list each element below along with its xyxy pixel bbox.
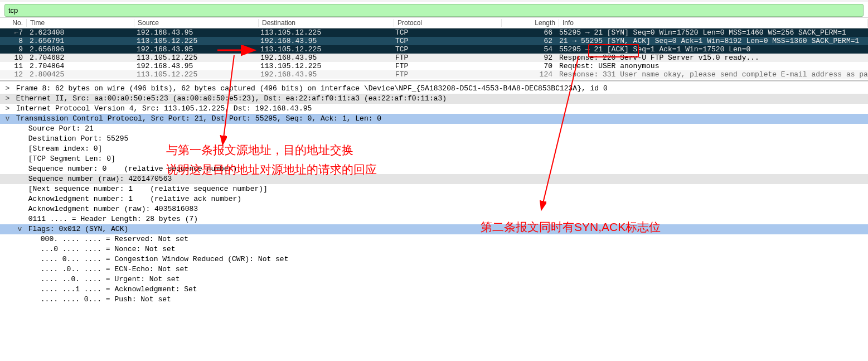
detail-line[interactable]: Acknowledgment number: 1 (relative ack n… [0, 194, 868, 204]
expander-icon [28, 254, 36, 264]
col-source[interactable]: Source [134, 19, 259, 27]
cell-pro: TCP [392, 45, 499, 54]
cell-no: 11 [0, 62, 26, 70]
detail-line[interactable]: .... ..0. .... = Urgent: Not set [0, 275, 868, 285]
detail-line[interactable]: [TCP Segment Len: 0] [0, 154, 868, 164]
cell-dst: 192.168.43.95 [257, 37, 392, 45]
expander-icon [28, 295, 36, 305]
expander-icon[interactable]: v [3, 114, 12, 124]
display-filter-bar[interactable]: tcp [4, 4, 864, 17]
cell-src: 113.105.12.225 [133, 37, 257, 45]
cell-time: 2.656791 [26, 37, 133, 45]
detail-line[interactable]: ...0 .... .... = Nonce: Not set [0, 244, 868, 254]
expander-icon [28, 244, 36, 254]
col-time[interactable]: Time [27, 19, 134, 27]
cell-info: Request: USER anonymous [556, 62, 868, 70]
packet-list[interactable]: ⌐72.623408192.168.43.95113.105.12.225TCP… [0, 28, 868, 79]
cell-len: 92 [499, 54, 556, 62]
detail-line[interactable]: > Internet Protocol Version 4, Src: 113.… [0, 104, 868, 114]
expander-icon [16, 214, 24, 224]
cell-time: 2.704864 [26, 62, 133, 70]
expander-icon [16, 144, 24, 154]
detail-line[interactable]: .... .... 0... = Push: Not set [0, 295, 868, 305]
expander-icon[interactable]: v [16, 224, 24, 234]
packet-row[interactable]: ⌐72.623408192.168.43.95113.105.12.225TCP… [0, 28, 868, 37]
detail-line[interactable]: v Transmission Control Protocol, Src Por… [0, 114, 868, 124]
cell-len: 66 [499, 28, 556, 37]
detail-line[interactable]: 000. .... .... = Reserved: Not set [0, 234, 868, 244]
display-filter-input[interactable]: tcp [7, 5, 861, 16]
col-protocol[interactable]: Protocol [394, 19, 502, 27]
col-destination[interactable]: Destination [259, 19, 394, 27]
detail-line[interactable]: [Next sequence number: 1 (relative seque… [0, 184, 868, 194]
cell-no: 12 [0, 70, 26, 79]
col-info[interactable]: Info [559, 19, 868, 27]
packet-row[interactable]: 102.704682113.105.12.225192.168.43.95FTP… [0, 54, 868, 62]
cell-pro: TCP [392, 37, 499, 45]
expander-icon [16, 154, 24, 164]
expander-icon [28, 275, 36, 285]
cell-no: 10 [0, 54, 26, 62]
cell-src: 113.105.12.225 [133, 70, 257, 79]
expander-icon[interactable]: > [3, 94, 12, 104]
cell-dst: 192.168.43.95 [257, 54, 392, 62]
expander-icon [16, 174, 24, 184]
detail-line[interactable]: Source Port: 21 [0, 124, 868, 134]
cell-no: ⌐7 [0, 28, 26, 37]
expander-icon [16, 204, 24, 214]
cell-dst: 113.105.12.225 [257, 45, 392, 54]
detail-line[interactable]: > Ethernet II, Src: aa:00:a0:50:e5:23 (a… [0, 94, 868, 104]
col-length[interactable]: Length [502, 19, 559, 27]
cell-pro: FTP [392, 54, 499, 62]
expander-icon [16, 134, 24, 144]
expander-icon [16, 124, 24, 134]
cell-dst: 113.105.12.225 [257, 62, 392, 70]
cell-pro: TCP [392, 28, 499, 37]
cell-len: 54 [499, 45, 556, 54]
cell-len: 70 [499, 62, 556, 70]
packet-details-pane[interactable]: > Frame 8: 62 bytes on wire (496 bits), … [0, 81, 868, 305]
cell-len: 62 [499, 37, 556, 45]
expander-icon[interactable]: > [3, 84, 12, 94]
cell-no: 9 [0, 45, 26, 54]
packet-row[interactable]: 112.704864192.168.43.95113.105.12.225FTP… [0, 62, 868, 70]
cell-src: 192.168.43.95 [133, 62, 257, 70]
expander-icon [28, 285, 36, 295]
cell-dst: 113.105.12.225 [257, 28, 392, 37]
packet-row[interactable]: 82.656791113.105.12.225192.168.43.95TCP6… [0, 37, 868, 45]
cell-src: 192.168.43.95 [133, 28, 257, 37]
cell-time: 2.800425 [26, 70, 133, 79]
cell-src: 113.105.12.225 [133, 54, 257, 62]
cell-pro: FTP [392, 70, 499, 79]
cell-dst: 192.168.43.95 [257, 70, 392, 79]
cell-info: Response: 331 User name okay, please sen… [556, 70, 868, 79]
detail-line[interactable]: .... 0... .... = Congestion Window Reduc… [0, 254, 868, 264]
detail-line[interactable]: Destination Port: 55295 [0, 134, 868, 144]
cell-no: 8 [0, 37, 26, 45]
cell-pro: FTP [392, 62, 499, 70]
cell-time: 2.704682 [26, 54, 133, 62]
detail-line[interactable]: 0111 .... = Header Length: 28 bytes (7) [0, 214, 868, 224]
cell-info: 55295 → 21 [ACK] Seq=1 Ack=1 Win=17520 L… [556, 45, 868, 54]
expander-icon [16, 184, 24, 194]
detail-line[interactable]: > Frame 8: 62 bytes on wire (496 bits), … [0, 84, 868, 94]
expander-icon [28, 264, 36, 275]
detail-line[interactable]: Sequence number (raw): 4261470563 [0, 174, 868, 184]
detail-line[interactable]: .... .0.. .... = ECN-Echo: Not set [0, 264, 868, 275]
packet-row[interactable]: 92.656896192.168.43.95113.105.12.225TCP5… [0, 45, 868, 54]
packet-row[interactable]: 122.800425113.105.12.225192.168.43.95FTP… [0, 70, 868, 79]
detail-line[interactable]: [Stream index: 0] [0, 144, 868, 154]
detail-line[interactable]: .... ...1 .... = Acknowledgment: Set [0, 285, 868, 295]
detail-line[interactable]: Acknowledgment number (raw): 4035816083 [0, 204, 868, 214]
cell-time: 2.656896 [26, 45, 133, 54]
cell-time: 2.623408 [26, 28, 133, 37]
detail-line[interactable]: Sequence number: 0 (relative sequence nu… [0, 164, 868, 174]
expander-icon [28, 234, 36, 244]
cell-info: 55295 → 21 [SYN] Seq=0 Win=17520 Len=0 M… [556, 28, 868, 37]
packet-list-header: No. Time Source Destination Protocol Len… [0, 18, 868, 28]
expander-icon[interactable]: > [3, 104, 12, 114]
cell-info: Response: 220 Serv-U FTP Server v15.0 re… [556, 54, 868, 62]
detail-line[interactable]: v Flags: 0x012 (SYN, ACK) [0, 224, 868, 234]
cell-src: 192.168.43.95 [133, 45, 257, 54]
col-no[interactable]: No. [0, 19, 27, 27]
